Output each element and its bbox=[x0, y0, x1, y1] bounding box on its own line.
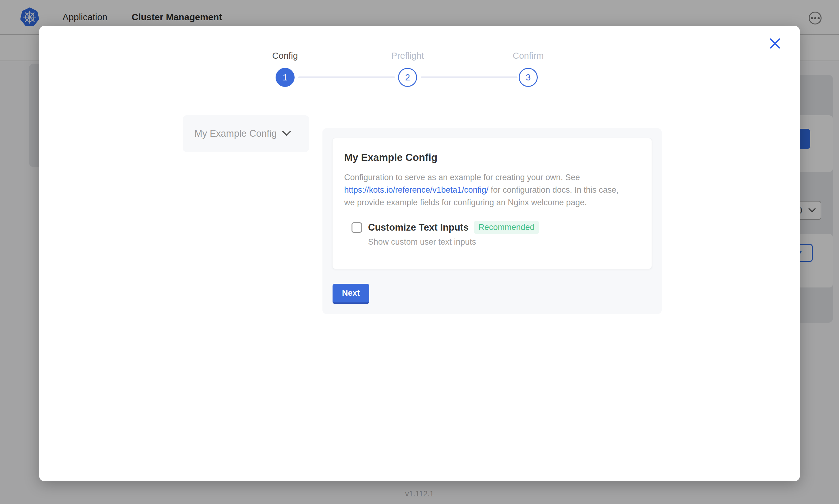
customize-text-inputs-checkbox[interactable] bbox=[352, 222, 362, 233]
config-docs-link[interactable]: https://kots.io/reference/v1beta1/config… bbox=[344, 185, 489, 195]
step-circle-1[interactable]: 1 bbox=[276, 68, 295, 87]
step-label: Confirm bbox=[482, 50, 574, 61]
config-group-card: My Example Config Configuration to serve… bbox=[332, 138, 652, 269]
config-wizard-modal: Config 1 Preflight 2 Confirm 3 My Exampl… bbox=[39, 26, 800, 481]
config-panel: My Example Config Configuration to serve… bbox=[322, 128, 662, 314]
close-icon bbox=[769, 38, 781, 49]
config-group-dropdown-label: My Example Config bbox=[194, 128, 277, 139]
config-group-dropdown[interactable]: My Example Config bbox=[183, 115, 309, 152]
close-button[interactable] bbox=[769, 37, 782, 50]
step-confirm: Confirm 3 bbox=[482, 50, 574, 87]
step-circle-3[interactable]: 3 bbox=[519, 68, 538, 87]
step-preflight: Preflight 2 bbox=[362, 50, 453, 87]
step-label: Config bbox=[239, 50, 331, 61]
step-label: Preflight bbox=[362, 50, 453, 61]
description-line-2: for configuration docs. In this case, bbox=[489, 185, 618, 195]
description-line-1: Configuration to serve as an example for… bbox=[344, 173, 580, 182]
config-group-title: My Example Config bbox=[344, 152, 640, 163]
config-group-description: Configuration to serve as an example for… bbox=[344, 171, 640, 209]
chevron-down-icon bbox=[282, 131, 291, 137]
recommended-badge: Recommended bbox=[474, 221, 538, 234]
step-config: Config 1 bbox=[239, 50, 331, 87]
customize-text-inputs-label: Customize Text Inputs bbox=[368, 222, 468, 233]
step-circle-2[interactable]: 2 bbox=[398, 68, 417, 87]
description-line-3: we provide example fields for configurin… bbox=[344, 198, 587, 207]
next-button[interactable]: Next bbox=[332, 284, 369, 304]
customize-text-inputs-help: Show custom user text inputs bbox=[368, 237, 640, 247]
customize-text-inputs-row: Customize Text Inputs Recommended bbox=[352, 221, 640, 234]
